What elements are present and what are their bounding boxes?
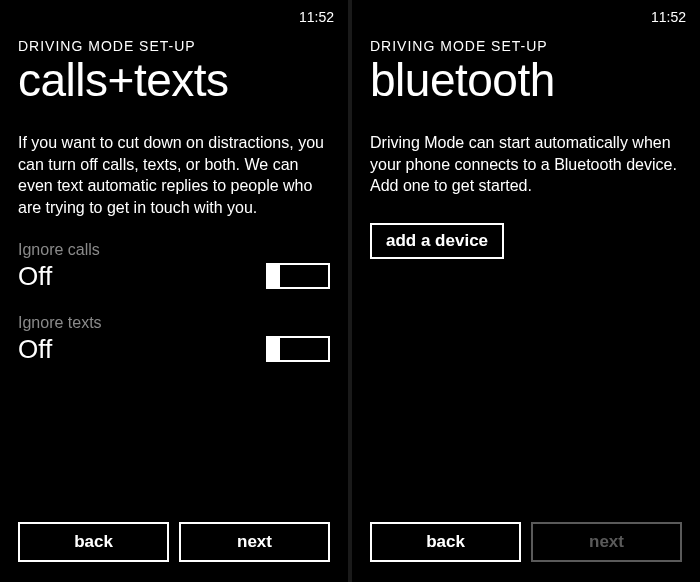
toggle-ignore-calls: Ignore calls Off	[18, 241, 330, 292]
content-area: DRIVING MODE SET-UP bluetooth Driving Mo…	[352, 28, 700, 512]
toggle-value-ignore-calls: Off	[18, 261, 52, 292]
toggle-label-ignore-calls: Ignore calls	[18, 241, 330, 259]
back-button[interactable]: back	[18, 522, 169, 562]
next-button[interactable]: next	[531, 522, 682, 562]
screen-calls-texts: 11:52 DRIVING MODE SET-UP calls+texts If…	[0, 0, 348, 582]
add-device-button[interactable]: add a device	[370, 223, 504, 259]
toggle-ignore-texts: Ignore texts Off	[18, 314, 330, 365]
status-time: 11:52	[299, 9, 334, 25]
page-description: Driving Mode can start automatically whe…	[370, 132, 682, 197]
status-bar: 11:52	[0, 0, 348, 28]
bottom-nav: back next	[352, 512, 700, 582]
page-description: If you want to cut down on distractions,…	[18, 132, 330, 218]
status-bar: 11:52	[352, 0, 700, 28]
content-area: DRIVING MODE SET-UP calls+texts If you w…	[0, 28, 348, 512]
toggle-switch-ignore-texts[interactable]	[266, 336, 330, 362]
next-button[interactable]: next	[179, 522, 330, 562]
screen-bluetooth: 11:52 DRIVING MODE SET-UP bluetooth Driv…	[352, 0, 700, 582]
toggle-line: Off	[18, 261, 330, 292]
toggle-line: Off	[18, 334, 330, 365]
page-title: calls+texts	[18, 56, 330, 104]
toggle-knob	[266, 263, 280, 289]
back-button[interactable]: back	[370, 522, 521, 562]
toggle-value-ignore-texts: Off	[18, 334, 52, 365]
toggle-switch-ignore-calls[interactable]	[266, 263, 330, 289]
status-time: 11:52	[651, 9, 686, 25]
toggle-label-ignore-texts: Ignore texts	[18, 314, 330, 332]
breadcrumb: DRIVING MODE SET-UP	[18, 38, 330, 54]
breadcrumb: DRIVING MODE SET-UP	[370, 38, 682, 54]
bottom-nav: back next	[0, 512, 348, 582]
toggle-knob	[266, 336, 280, 362]
page-title: bluetooth	[370, 56, 682, 104]
